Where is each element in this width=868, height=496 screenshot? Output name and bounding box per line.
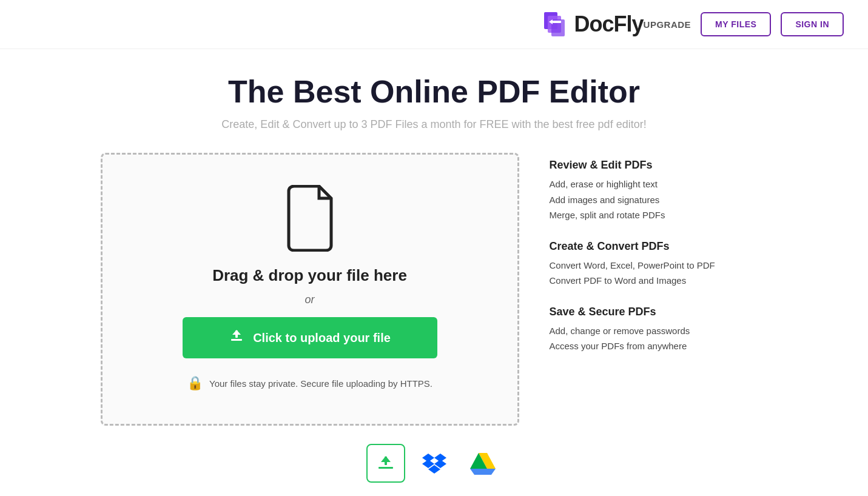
google-drive-icon xyxy=(470,452,496,475)
svg-marker-18 xyxy=(470,469,496,475)
feature-item: Merge, split and rotate PDFs xyxy=(550,207,768,223)
main-content: The Best Online PDF Editor Create, Edit … xyxy=(0,49,868,496)
drag-drop-text: Drag & drop your file here xyxy=(212,266,407,285)
feature-section: Save & Secure PDFsAdd, change or remove … xyxy=(550,306,768,354)
feature-section-title: Create & Convert PDFs xyxy=(550,240,768,253)
upload-local-icon-box[interactable] xyxy=(366,444,405,483)
upload-zone[interactable]: Drag & drop your file here or Click to u… xyxy=(101,153,519,426)
hero-title: The Best Online PDF Editor xyxy=(228,73,640,110)
feature-item: Add, change or remove passwords xyxy=(550,323,768,339)
secure-label: Your files stay private. Secure file upl… xyxy=(209,378,432,389)
logo-area: DocFly xyxy=(539,10,644,39)
logo-icon xyxy=(539,10,568,39)
google-drive-icon-box[interactable] xyxy=(463,444,502,483)
header: DocFly UPGRADE MY FILES SIGN IN xyxy=(0,0,868,49)
file-icon xyxy=(283,185,337,252)
svg-rect-5 xyxy=(231,339,242,341)
feature-section: Review & Edit PDFsAdd, erase or highligh… xyxy=(550,159,768,223)
svg-marker-10 xyxy=(381,456,391,462)
content-row: Drag & drop your file here or Click to u… xyxy=(101,153,768,426)
feature-item: Convert Word, Excel, PowerPoint to PDF xyxy=(550,258,768,273)
logo-text: DocFly xyxy=(574,12,644,37)
upload-icon xyxy=(229,328,244,344)
header-nav: UPGRADE MY FILES SIGN IN xyxy=(644,12,844,36)
secure-text-row: 🔒 Your files stay private. Secure file u… xyxy=(187,375,432,391)
upload-button[interactable]: Click to upload your file xyxy=(183,317,437,358)
svg-rect-3 xyxy=(553,21,561,23)
or-text: or xyxy=(304,293,314,306)
lock-icon: 🔒 xyxy=(187,375,203,391)
upload-btn-label: Click to upload your file xyxy=(253,331,391,345)
upload-local-icon xyxy=(376,454,395,473)
dropbox-icon xyxy=(422,452,446,474)
upload-arrow-icon xyxy=(229,328,244,347)
dropbox-icon-box[interactable] xyxy=(415,444,454,483)
svg-marker-7 xyxy=(232,330,241,335)
feature-item: Add, erase or highlight text xyxy=(550,176,768,192)
feature-section-title: Save & Secure PDFs xyxy=(550,306,768,318)
feature-item: Add images and signatures xyxy=(550,192,768,208)
feature-item: Access your PDFs from anywhere xyxy=(550,338,768,354)
upgrade-link[interactable]: UPGRADE xyxy=(644,19,691,30)
my-files-button[interactable]: MY FILES xyxy=(701,12,771,36)
svg-rect-8 xyxy=(378,467,393,469)
feature-section-title: Review & Edit PDFs xyxy=(550,159,768,172)
sign-in-button[interactable]: SIGN IN xyxy=(781,12,844,36)
bottom-icons-row xyxy=(366,444,502,483)
feature-section: Create & Convert PDFsConvert Word, Excel… xyxy=(550,240,768,289)
features-panel: Review & Edit PDFsAdd, erase or highligh… xyxy=(550,153,768,371)
hero-subtitle: Create, Edit & Convert up to 3 PDF Files… xyxy=(221,118,646,131)
feature-item: Convert PDF to Word and Images xyxy=(550,273,768,289)
